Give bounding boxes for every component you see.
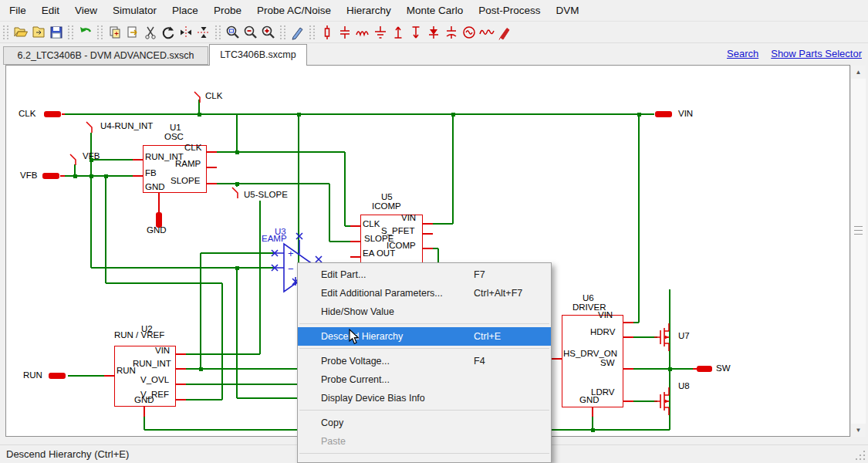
context-item-shortcut: Ctrl+Alt+F7 (474, 284, 522, 302)
wire-icon[interactable] (289, 24, 306, 42)
context-item-probe-current[interactable]: Probe Current... (298, 370, 551, 389)
tab-6-2-ltc3406b-dvm-advanced-sxsch[interactable]: 6.2_LTC3406B - DVM ADVANCED.sxsch (3, 46, 208, 65)
context-item-edit-additional-parameters[interactable]: Edit Additional Parameters...Ctrl+Alt+F7 (298, 284, 551, 302)
context-item-edit-part[interactable]: Edit Part...F7 (298, 265, 551, 284)
zoom-in-icon[interactable] (259, 24, 277, 42)
context-item-label: Edit Part... (321, 269, 366, 280)
toolbar-grip (280, 25, 285, 39)
terminal[interactable] (697, 366, 712, 372)
capacitor-icon[interactable] (336, 24, 353, 42)
context-item-edit-hotkey-command[interactable]: Edit Hotkey Command (298, 457, 551, 463)
component-box[interactable] (114, 346, 176, 407)
open-file-icon[interactable] (12, 24, 29, 42)
menu-simulator[interactable]: Simulator (105, 5, 164, 16)
svg-text:−: − (288, 263, 294, 275)
toolbar (0, 22, 868, 43)
terminal[interactable] (156, 212, 162, 228)
terminal[interactable] (44, 111, 61, 117)
mosfet-symbol[interactable] (653, 386, 673, 420)
context-item-label: Descend Hierarchy (321, 331, 403, 342)
menu-hierarchy[interactable]: Hierarchy (339, 5, 399, 16)
context-item-label: Probe Current... (321, 374, 390, 385)
component-box[interactable] (562, 315, 623, 407)
menu-separator (298, 346, 551, 352)
context-menu: Edit Part...F7Edit Additional Parameters… (297, 262, 552, 463)
resize-grip-icon[interactable] (856, 451, 866, 461)
context-item-paste[interactable]: Paste (298, 432, 551, 451)
probe-down-icon[interactable] (407, 24, 424, 42)
diode-icon[interactable] (424, 24, 442, 42)
context-item-copy[interactable]: Copy (298, 414, 551, 432)
paste-icon[interactable] (123, 24, 141, 42)
vertical-scrollbar[interactable]: ▲▼ (850, 66, 866, 437)
zoom-out-icon[interactable] (241, 24, 259, 42)
cut-icon[interactable] (141, 24, 159, 42)
menu-separator (298, 451, 551, 457)
menu-probe[interactable]: Probe (206, 5, 249, 16)
component-box[interactable] (360, 215, 423, 269)
new-file-icon[interactable] (29, 24, 47, 42)
link-search[interactable]: Search (727, 48, 758, 59)
ac-source-icon[interactable] (460, 24, 478, 42)
context-item-display-device-bias-info[interactable]: Display Device Bias Info (298, 389, 551, 407)
polarized-capacitor-icon[interactable] (442, 24, 460, 42)
undo-icon[interactable] (76, 24, 94, 42)
scroll-down-arrow-icon[interactable]: ▼ (851, 424, 866, 437)
menu-view[interactable]: View (67, 5, 105, 16)
waveform-icon[interactable] (478, 24, 495, 42)
scroll-up-arrow-icon[interactable]: ▲ (851, 66, 866, 79)
copy-icon[interactable] (106, 24, 123, 42)
menu-probe-ac-noise[interactable]: Probe AC/Noise (249, 5, 339, 16)
top-links: SearchShow Parts Selector (727, 48, 862, 59)
component-box[interactable] (143, 145, 207, 193)
scroll-thumb-grip[interactable] (854, 234, 863, 235)
save-icon[interactable] (47, 24, 65, 42)
menu-file[interactable]: File (2, 5, 34, 16)
zoom-area-icon[interactable] (224, 24, 241, 42)
mirror-horizontal-icon[interactable] (194, 24, 212, 42)
menu-post-process[interactable]: Post-Process (471, 5, 548, 16)
mosfet-symbol[interactable] (653, 322, 673, 356)
toolbar-grip (3, 25, 8, 39)
menu-dvm[interactable]: DVM (549, 5, 587, 16)
toolbar-grip (97, 25, 103, 39)
context-item-shortcut: F4 (474, 352, 485, 370)
menu-monte-carlo[interactable]: Monte Carlo (399, 5, 471, 16)
ground-icon[interactable] (371, 24, 389, 42)
context-item-descend-hierarchy[interactable]: Descend HierarchyCtrl+E (298, 327, 551, 346)
context-item-label: Copy (321, 417, 343, 428)
terminal[interactable] (49, 373, 66, 379)
inductor-icon[interactable] (353, 24, 371, 42)
resistor-icon[interactable] (318, 24, 336, 42)
menu-edit[interactable]: Edit (34, 5, 67, 16)
scroll-thumb-grip[interactable] (854, 230, 863, 231)
menu-place[interactable]: Place (164, 5, 206, 16)
context-item-shortcut: F7 (474, 265, 485, 284)
terminal[interactable] (42, 173, 59, 179)
probe-up-icon[interactable] (389, 24, 407, 42)
svg-text:+: + (288, 248, 294, 259)
status-text: Descend Hierarchy (Ctrl+E) (6, 448, 129, 460)
context-item-probe-voltage[interactable]: Probe Voltage...F4 (298, 352, 551, 370)
toolbar-grip (215, 25, 221, 39)
menu-bar: FileEditViewSimulatorPlaceProbeProbe AC/… (0, 0, 868, 22)
terminal[interactable] (655, 111, 672, 117)
context-item-shortcut: Ctrl+E (474, 327, 501, 346)
probe-pen-icon[interactable] (495, 24, 513, 42)
context-item-label: Hide/Show Value (321, 306, 394, 317)
toolbar-grip (309, 25, 315, 39)
context-item-hide-show-value[interactable]: Hide/Show Value (298, 302, 551, 321)
mirror-vertical-icon[interactable] (177, 24, 194, 42)
scroll-thumb-grip[interactable] (854, 226, 863, 227)
tab-ltc3406b-sxcmp[interactable]: LTC3406B.sxcmp (209, 44, 307, 66)
context-item-label: Probe Voltage... (321, 356, 390, 367)
context-item-label: Paste (321, 436, 346, 447)
mouse-cursor (349, 329, 360, 349)
context-item-label: Edit Additional Parameters... (321, 288, 443, 299)
menu-separator (298, 407, 551, 414)
link-show-parts-selector[interactable]: Show Parts Selector (771, 48, 862, 59)
toolbar-grip (68, 25, 73, 39)
context-item-label: Display Device Bias Info (321, 393, 425, 404)
menu-separator (298, 321, 551, 327)
rotate-icon[interactable] (159, 24, 177, 42)
